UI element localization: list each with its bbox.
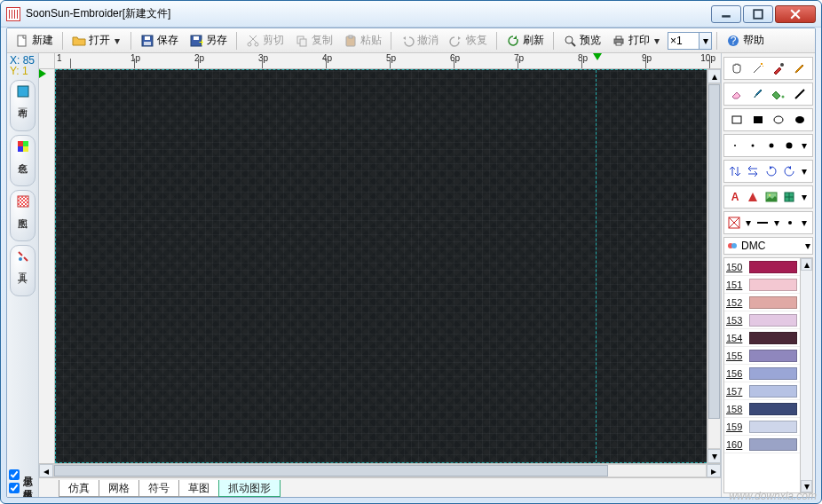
vertical-scrollbar[interactable]: ▴▾ [707, 69, 721, 463]
close-button[interactable] [775, 5, 816, 23]
chevron-down-icon[interactable]: ▾ [113, 35, 122, 47]
horizontal-ruler[interactable]: 11p2p3p4p5p6p7p8p9p10p [55, 53, 721, 69]
canvas[interactable] [55, 69, 707, 463]
line-tool-icon[interactable] [790, 86, 810, 102]
cut-button[interactable]: 剪切 [241, 31, 288, 51]
sidebar-tab-tools[interactable]: 工具 [10, 245, 36, 296]
vertical-guide[interactable] [596, 70, 597, 462]
show-coord-checkbox[interactable]: 显示坐标线 [9, 482, 36, 493]
sidebar-tab-basecolor[interactable]: 底色 [10, 135, 36, 186]
arrow-ud-icon[interactable] [727, 163, 743, 179]
dot-xl-icon[interactable] [781, 138, 797, 154]
palette-row[interactable]: 160 [724, 436, 800, 453]
chevron-down-icon[interactable]: ▾ [699, 33, 711, 49]
brush-tool-icon[interactable] [748, 86, 768, 102]
undo-button[interactable]: 撤消 [396, 31, 443, 51]
magnifier-icon [563, 34, 577, 48]
rotate-r-icon[interactable] [763, 163, 779, 179]
sidebar-tab-baseimg[interactable]: 底图 [10, 190, 36, 241]
bottom-tab[interactable]: 符号 [138, 480, 179, 497]
rotate-l-icon[interactable] [781, 163, 797, 179]
cross-red-icon[interactable] [727, 215, 741, 231]
svg-text:?: ? [731, 35, 737, 47]
hand-tool-icon[interactable] [727, 60, 747, 76]
eyedropper-tool-icon[interactable] [770, 60, 789, 76]
bottom-tab[interactable]: 网格 [99, 480, 139, 497]
paste-button[interactable]: 粘贴 [339, 31, 386, 51]
show-info-checkbox[interactable]: 显示信息 [9, 469, 36, 480]
scroll-right-icon[interactable]: ▸ [707, 464, 721, 477]
image-tool-icon[interactable] [763, 189, 779, 205]
chevron-down-icon[interactable]: ▾ [799, 163, 810, 179]
refresh-button[interactable]: 刷新 [502, 31, 549, 51]
palette-row[interactable]: 157 [724, 382, 800, 400]
ellipse-fill-icon[interactable] [790, 112, 810, 128]
palette-row[interactable]: 159 [724, 418, 800, 436]
grid-tool-icon[interactable] [781, 189, 797, 205]
minimize-button[interactable] [711, 5, 741, 23]
chevron-down-icon[interactable]: ▾ [799, 215, 810, 231]
bottom-tab[interactable]: 仿真 [59, 480, 99, 497]
wand-tool-icon[interactable] [748, 60, 768, 76]
titlebar[interactable]: SoonSun-Embroider[新建文件] [1, 1, 821, 28]
chevron-down-icon[interactable]: ▾ [771, 215, 782, 231]
scroll-down-icon[interactable]: ▾ [801, 480, 812, 492]
rect-outline-icon[interactable] [727, 112, 747, 128]
bottom-tabs: 仿真网格符号草图抓动图形 [39, 477, 721, 497]
palette-row[interactable]: 151 [724, 276, 800, 294]
line-style-icon[interactable] [755, 215, 770, 231]
dot-small-icon[interactable] [727, 138, 743, 154]
dot-large-icon[interactable] [763, 138, 779, 154]
arrow-lr-icon[interactable] [745, 163, 761, 179]
copy-button[interactable]: 复制 [290, 31, 337, 51]
ellipse-outline-icon[interactable] [770, 112, 789, 128]
sidebar-tab-canvas[interactable]: 画布 [10, 80, 36, 131]
dot-style-icon[interactable] [783, 215, 797, 231]
vscroll-thumb[interactable] [708, 84, 720, 419]
maximize-button[interactable] [743, 5, 773, 23]
chevron-down-icon[interactable]: ▾ [799, 138, 810, 154]
scroll-up-icon[interactable]: ▴ [801, 258, 812, 271]
palette-scrollbar[interactable]: ▴▾ [800, 258, 812, 492]
hscroll-thumb[interactable] [54, 465, 608, 476]
pencil-tool-icon[interactable] [790, 60, 810, 76]
saveas-button[interactable]: +另存 [185, 31, 232, 51]
palette-row[interactable]: 154 [724, 329, 800, 347]
palette-selector[interactable]: DMC ▾ [723, 237, 813, 255]
palette-row[interactable]: 152 [724, 294, 800, 311]
chevron-down-icon[interactable]: ▾ [805, 240, 810, 252]
palette-number: 160 [724, 439, 749, 450]
bottom-tab[interactable]: 草图 [178, 480, 219, 497]
bucket-tool-icon[interactable] [770, 86, 789, 102]
scroll-up-icon[interactable]: ▴ [707, 69, 721, 83]
chevron-down-icon[interactable]: ▾ [799, 189, 810, 205]
save-button[interactable]: 保存 [136, 31, 183, 51]
chevron-down-icon[interactable]: ▾ [743, 215, 754, 231]
palette-row[interactable]: 155 [724, 347, 800, 365]
new-button[interactable]: 新建 [11, 31, 58, 51]
palette-row[interactable]: 150 [724, 258, 800, 276]
help-button[interactable]: ?帮助 [722, 31, 769, 51]
print-button[interactable]: 打印▾ [607, 31, 666, 51]
rect-fill-icon[interactable] [748, 112, 768, 128]
horizontal-scrollbar[interactable]: ◂▸ [39, 463, 721, 477]
scroll-left-icon[interactable]: ◂ [39, 464, 53, 477]
palette-row[interactable]: 156 [724, 365, 800, 382]
palette-row[interactable]: 158 [724, 400, 800, 418]
palette-row[interactable]: 153 [724, 311, 800, 329]
dot-med-icon[interactable] [745, 138, 761, 154]
open-button[interactable]: 打开▾ [67, 31, 126, 51]
zoom-combo[interactable]: ▾ [668, 32, 712, 50]
redo-button[interactable]: 恢复 [445, 31, 492, 51]
vertical-ruler[interactable] [39, 69, 55, 463]
zoom-input[interactable] [668, 35, 699, 47]
triangle-tool-icon[interactable] [745, 189, 761, 205]
svg-point-17 [565, 36, 573, 43]
scroll-down-icon[interactable]: ▾ [707, 449, 721, 463]
palette-swatch [749, 261, 797, 273]
chevron-down-icon[interactable]: ▾ [652, 35, 661, 47]
text-tool-icon[interactable]: A [727, 189, 743, 205]
eraser-tool-icon[interactable] [727, 86, 747, 102]
preview-button[interactable]: 预览 [558, 31, 605, 51]
bottom-tab[interactable]: 抓动图形 [218, 480, 281, 497]
